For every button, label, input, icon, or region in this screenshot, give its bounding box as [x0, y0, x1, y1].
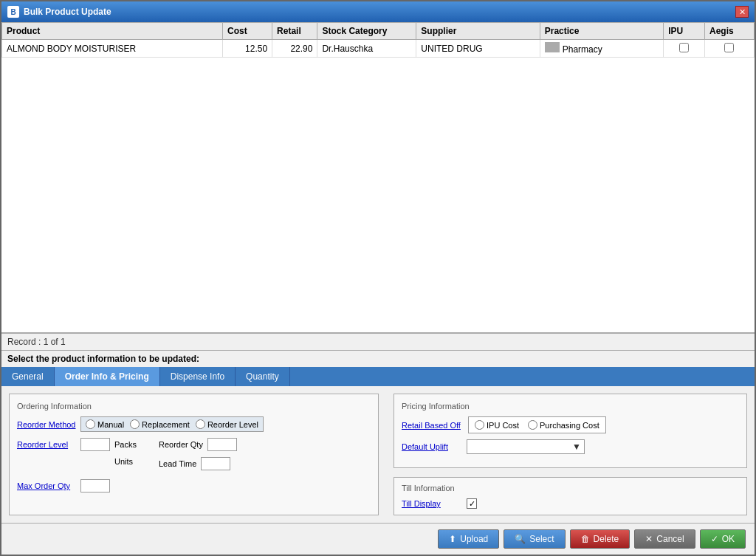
reorder-level-input[interactable]	[80, 438, 110, 451]
lead-time-input[interactable]	[201, 457, 230, 470]
reorder-qty-label: Reorder Qty	[159, 440, 203, 449]
select-info-bar: Select the product information to be upd…	[1, 350, 755, 367]
radio-manual[interactable]: Manual	[86, 419, 124, 429]
radio-purchasing-cost[interactable]: Purchasing Cost	[528, 420, 599, 430]
col-header-supplier: Supplier	[416, 23, 540, 40]
ordering-info-title: Ordering Information	[17, 402, 371, 411]
bottom-panel: Ordering Information Reorder Method Manu…	[1, 386, 755, 523]
upload-icon: ⬆	[449, 534, 456, 544]
cell-supplier: UNITED DRUG	[416, 40, 540, 58]
col-header-aegis: Aegis	[704, 23, 754, 40]
radio-purchasing-cost-input[interactable]	[528, 420, 537, 430]
reorder-qty-row: Reorder Qty	[159, 438, 237, 451]
cell-aegis	[704, 40, 754, 58]
packs-label: Packs	[114, 440, 137, 449]
select-info-text: Select the product information to be upd…	[7, 354, 199, 364]
reorder-level-col: Reorder Level Packs Reorder Level Units	[17, 438, 137, 472]
tabs-bar: General Order Info & Pricing Dispense In…	[1, 367, 755, 386]
button-bar: ⬆ Upload 🔍 Select 🗑 Delete ✕ Cancel ✓ OK	[1, 523, 755, 555]
record-bar: Record : 1 of 1	[1, 333, 755, 350]
tab-dispense-info[interactable]: Dispense Info	[160, 367, 236, 386]
tab-quantity[interactable]: Quantity	[236, 367, 290, 386]
till-display-row: Till Display ✓	[402, 498, 739, 509]
title-bar: B Bulk Product Update ✕	[1, 1, 755, 22]
table-area: Product Cost Retail Stock Category Suppl…	[1, 22, 755, 333]
pricing-info-box: Pricing Information Retail Based Off IPU…	[394, 394, 747, 468]
till-display-label: Till Display	[402, 499, 461, 508]
close-button[interactable]: ✕	[735, 6, 749, 18]
upload-button[interactable]: ⬆ Upload	[438, 529, 499, 549]
radio-ipu-cost-input[interactable]	[475, 420, 484, 430]
lead-time-row: Lead Time	[159, 457, 237, 470]
reorder-qty-col: Reorder Qty Lead Time	[159, 438, 237, 476]
lead-time-label: Lead Time	[159, 459, 196, 468]
cancel-label: Cancel	[656, 534, 684, 544]
units-label: Units	[114, 457, 133, 466]
cancel-icon: ✕	[645, 534, 653, 544]
radio-reorder-level-input[interactable]	[196, 419, 205, 429]
tab-general[interactable]: General	[1, 367, 55, 386]
radio-reorder-level[interactable]: Reorder Level	[196, 419, 258, 429]
reorder-qty-input[interactable]	[207, 438, 237, 451]
col-header-ipu: IPU	[664, 23, 705, 40]
radio-manual-input[interactable]	[86, 419, 95, 429]
radio-replacement-input[interactable]	[130, 419, 140, 429]
tab-order-info-pricing[interactable]: Order Info & Pricing	[55, 367, 160, 386]
window-title: Bulk Product Update	[24, 7, 111, 17]
cancel-button[interactable]: ✕ Cancel	[634, 529, 695, 549]
units-row: Reorder Level Units	[17, 457, 137, 466]
till-info-box: Till Information Till Display ✓	[394, 477, 747, 515]
cell-ipu	[664, 40, 705, 58]
retail-based-row: Retail Based Off IPU Cost Purchasing Cos…	[402, 416, 739, 433]
retail-based-off-label: Retail Based Off	[402, 421, 461, 430]
trash-icon: 🗑	[581, 534, 590, 544]
retail-based-off-group: IPU Cost Purchasing Cost	[468, 416, 606, 433]
content-area: Product Cost Retail Stock Category Suppl…	[1, 22, 755, 555]
main-window: B Bulk Product Update ✕ Product Cost Ret…	[0, 0, 756, 556]
aegis-checkbox[interactable]	[724, 43, 734, 52]
ipu-checkbox[interactable]	[679, 43, 689, 52]
col-header-product: Product	[2, 23, 223, 40]
cell-cost: 12.50	[223, 40, 272, 58]
cell-product: ALMOND BODY MOISTURISER	[2, 40, 223, 58]
reorder-method-radio-group: Manual Replacement Reorder Level	[80, 416, 264, 432]
default-uplift-dropdown[interactable]: ▼	[467, 439, 585, 454]
reorder-level-row: Reorder Level Packs	[17, 438, 137, 451]
radio-replacement[interactable]: Replacement	[130, 419, 190, 429]
max-order-qty-input[interactable]	[80, 479, 110, 492]
ok-button[interactable]: ✓ OK	[700, 529, 746, 549]
record-text: Record : 1 of 1	[7, 337, 66, 347]
pricing-info-title: Pricing Information	[402, 402, 739, 411]
till-info-title: Till Information	[402, 484, 739, 492]
delete-button[interactable]: 🗑 Delete	[570, 529, 630, 549]
cell-retail: 22.90	[272, 40, 317, 58]
cell-stockcat: Dr.Hauschka	[317, 40, 416, 58]
col-header-cost: Cost	[223, 23, 272, 40]
table-row[interactable]: ALMOND BODY MOISTURISER 12.50 22.90 Dr.H…	[2, 40, 755, 58]
cell-practice: Pharmacy	[540, 40, 663, 58]
till-display-checkbox[interactable]: ✓	[467, 498, 477, 509]
practice-image	[545, 42, 560, 52]
max-order-qty-label: Max Order Qty	[17, 481, 76, 490]
ok-icon: ✓	[711, 534, 718, 544]
radio-ipu-cost[interactable]: IPU Cost	[475, 420, 519, 430]
dropdown-arrow-icon: ▼	[572, 442, 581, 452]
select-button[interactable]: 🔍 Select	[504, 529, 565, 549]
col-header-stockcat: Stock Category	[317, 23, 416, 40]
product-table: Product Cost Retail Stock Category Suppl…	[1, 22, 755, 58]
col-header-practice: Practice	[540, 23, 663, 40]
app-icon: B	[7, 6, 19, 18]
right-panel: Pricing Information Retail Based Off IPU…	[394, 394, 747, 515]
delete-label: Delete	[594, 534, 619, 544]
ordering-info-box: Ordering Information Reorder Method Manu…	[9, 394, 379, 515]
panels-row: Ordering Information Reorder Method Manu…	[1, 386, 755, 523]
table-empty-space	[1, 58, 755, 332]
col-header-retail: Retail	[272, 23, 317, 40]
default-uplift-row: Default Uplift ▼	[402, 439, 739, 454]
select-label: Select	[529, 534, 554, 544]
reorder-level-label: Reorder Level	[17, 440, 76, 449]
upload-label: Upload	[460, 534, 488, 544]
reorder-method-row: Reorder Method Manual Replacement Reorde…	[17, 416, 371, 432]
title-bar-left: B Bulk Product Update	[7, 6, 111, 18]
default-uplift-label: Default Uplift	[402, 442, 461, 451]
